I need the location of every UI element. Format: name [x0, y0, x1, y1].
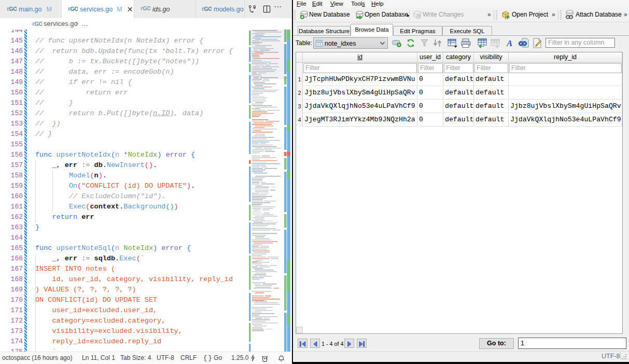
svg-text:GO: GO [35, 21, 42, 27]
svg-text:GO: GO [71, 6, 78, 12]
svg-text:GO: GO [9, 6, 17, 12]
svg-text:GO: GO [143, 6, 150, 11]
svg-text:GO: GO [204, 6, 212, 12]
